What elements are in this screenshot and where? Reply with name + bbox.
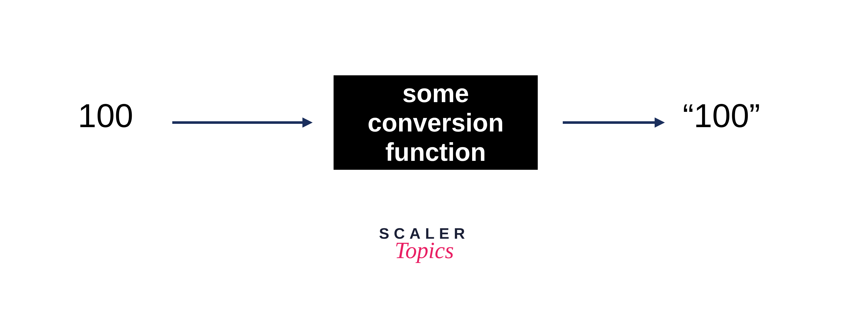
conversion-box-line1: some [402, 79, 469, 108]
arrow-left-icon [172, 115, 313, 131]
logo: SCALER Topics [379, 225, 470, 263]
diagram-container: 100 some conversion function “100” SCALE… [0, 0, 868, 325]
logo-suffix: Topics [395, 237, 454, 263]
output-value: “100” [683, 96, 760, 135]
svg-marker-1 [303, 117, 313, 128]
arrow-right-icon [563, 115, 665, 131]
svg-marker-3 [655, 117, 665, 128]
conversion-box-line2: conversion [368, 108, 504, 137]
conversion-box-line3: function [385, 137, 486, 167]
conversion-box: some conversion function [334, 75, 538, 170]
input-value: 100 [78, 96, 133, 135]
